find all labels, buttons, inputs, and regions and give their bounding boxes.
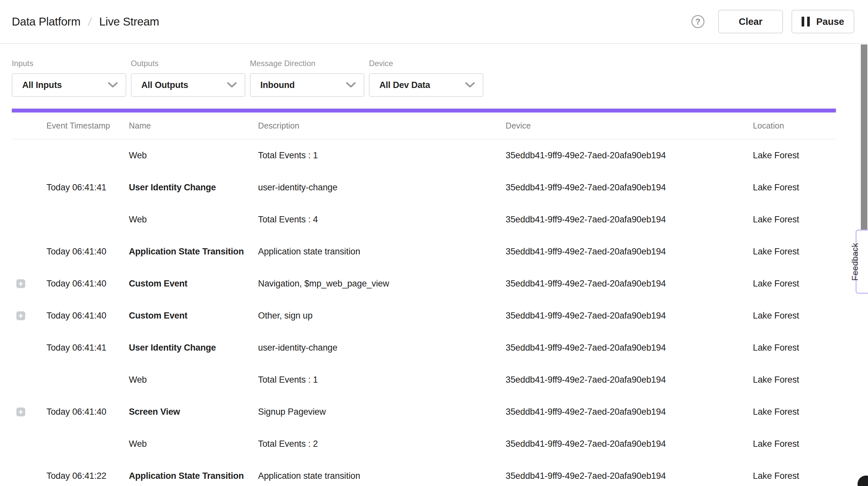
table-row[interactable]: Today 06:41:41User Identity Changeuser-i… (12, 332, 836, 364)
cell-description: Total Events : 2 (258, 439, 506, 449)
table-row[interactable]: WebTotal Events : 135eddb41-9ff9-49e2-7a… (12, 139, 836, 171)
inputs-select[interactable]: All Inputs (12, 73, 126, 97)
table-row[interactable]: WebTotal Events : 135eddb41-9ff9-49e2-7a… (12, 364, 836, 396)
cell-location: Lake Forest (753, 182, 836, 193)
cell-location: Lake Forest (753, 407, 836, 417)
table-row[interactable]: +Today 06:41:40Custom EventOther, sign u… (12, 300, 836, 332)
cell-description: Signup Pageview (258, 407, 506, 417)
cell-name: Custom Event (129, 311, 258, 321)
cell-location: Lake Forest (753, 279, 836, 289)
cell-description: user-identity-change (258, 182, 506, 193)
cell-event-timestamp: Today 06:41:41 (46, 343, 129, 353)
table-row[interactable]: +Today 06:41:40Screen ViewSignup Pagevie… (12, 396, 836, 428)
outputs-select-value: All Outputs (141, 80, 188, 90)
cell-name: Web (129, 215, 258, 225)
column-header-name: Name (129, 121, 258, 130)
cell-name: Custom Event (129, 279, 258, 289)
cell-location: Lake Forest (753, 343, 836, 353)
row-expand-cell: + (12, 311, 46, 320)
cell-description: Navigation, $mp_web_page_view (258, 279, 506, 289)
expand-row-plus-icon[interactable]: + (17, 279, 25, 288)
table-row[interactable]: WebTotal Events : 235eddb41-9ff9-49e2-7a… (12, 428, 836, 460)
cell-device: 35eddb41-9ff9-49e2-7aed-20afa90eb194 (506, 150, 753, 160)
cell-name: Application State Transition (129, 247, 258, 257)
feedback-tab-label: Feedback (850, 237, 860, 286)
corner-widget (858, 476, 868, 486)
cell-name: Application State Transition (129, 471, 258, 481)
pause-button-label: Pause (816, 17, 844, 27)
cell-name: User Identity Change (129, 182, 258, 193)
vertical-scrollbar-thumb[interactable] (861, 44, 867, 230)
chevron-down-icon (346, 82, 356, 88)
table-row[interactable]: Today 06:41:41User Identity Changeuser-i… (12, 171, 836, 204)
cell-name: Web (129, 439, 258, 449)
event-table: Event Timestamp Name Description Device … (12, 113, 836, 486)
cell-description: Application state transition (258, 247, 506, 257)
clear-button[interactable]: Clear (718, 10, 783, 33)
cell-description: Total Events : 4 (258, 215, 506, 225)
cell-name: User Identity Change (129, 343, 258, 353)
expand-row-plus-icon[interactable]: + (17, 311, 25, 320)
feedback-tab[interactable]: Feedback (856, 230, 868, 294)
outputs-select[interactable]: All Outputs (131, 73, 245, 97)
breadcrumb: Data Platform / Live Stream (12, 15, 159, 28)
message-direction-filter-label: Message Direction (250, 59, 364, 68)
cell-event-timestamp: Today 06:41:40 (46, 247, 129, 257)
header-actions: ? Clear Pause (691, 10, 854, 33)
cell-event-timestamp: Today 06:41:40 (46, 279, 129, 289)
device-select[interactable]: All Dev Data (369, 73, 484, 97)
cell-description: Other, sign up (258, 311, 506, 321)
table-header-row: Event Timestamp Name Description Device … (12, 113, 836, 139)
cell-name: Web (129, 375, 258, 385)
cell-device: 35eddb41-9ff9-49e2-7aed-20afa90eb194 (506, 471, 753, 481)
table-row[interactable]: Today 06:41:22Application State Transiti… (12, 460, 836, 486)
cell-location: Lake Forest (753, 215, 836, 225)
event-table-body: WebTotal Events : 135eddb41-9ff9-49e2-7a… (12, 139, 836, 486)
cell-location: Lake Forest (753, 247, 836, 257)
filter-labels: Inputs Outputs Message Direction Device (12, 59, 856, 68)
outputs-filter-label: Outputs (131, 59, 245, 68)
cell-event-timestamp: Today 06:41:40 (46, 407, 129, 417)
cell-device: 35eddb41-9ff9-49e2-7aed-20afa90eb194 (506, 343, 753, 353)
breadcrumb-separator: / (87, 16, 92, 28)
pause-icon (802, 17, 810, 27)
cell-device: 35eddb41-9ff9-49e2-7aed-20afa90eb194 (506, 407, 753, 417)
breadcrumb-data-platform[interactable]: Data Platform (12, 15, 81, 28)
page-header: Data Platform / Live Stream ? Clear Paus… (0, 0, 868, 44)
live-stream-page: Data Platform / Live Stream ? Clear Paus… (0, 0, 868, 486)
device-select-value: All Dev Data (379, 80, 430, 90)
cell-name: Screen View (129, 407, 258, 417)
cell-location: Lake Forest (753, 439, 836, 449)
chevron-down-icon (465, 82, 475, 88)
pause-button[interactable]: Pause (792, 10, 854, 33)
inputs-select-value: All Inputs (22, 80, 62, 90)
cell-location: Lake Forest (753, 471, 836, 481)
expand-row-plus-icon[interactable]: + (17, 407, 25, 416)
cell-event-timestamp: Today 06:41:22 (46, 471, 129, 481)
cell-location: Lake Forest (753, 375, 836, 385)
cell-event-timestamp: Today 06:41:41 (46, 182, 129, 193)
row-expand-cell: + (12, 279, 46, 288)
cell-device: 35eddb41-9ff9-49e2-7aed-20afa90eb194 (506, 439, 753, 449)
help-icon[interactable]: ? (691, 15, 705, 28)
cell-name: Web (129, 150, 258, 160)
table-row[interactable]: +Today 06:41:40Custom EventNavigation, $… (12, 268, 836, 300)
cell-location: Lake Forest (753, 150, 836, 160)
column-header-event-timestamp: Event Timestamp (46, 121, 129, 130)
column-header-description: Description (258, 121, 506, 130)
table-row[interactable]: WebTotal Events : 435eddb41-9ff9-49e2-7a… (12, 204, 836, 236)
filter-bar: Inputs Outputs Message Direction Device … (0, 44, 868, 97)
filter-selects: All Inputs All Outputs Inbound All Dev D… (12, 73, 856, 97)
cell-device: 35eddb41-9ff9-49e2-7aed-20afa90eb194 (506, 247, 753, 257)
cell-device: 35eddb41-9ff9-49e2-7aed-20afa90eb194 (506, 311, 753, 321)
table-row[interactable]: Today 06:41:40Application State Transiti… (12, 236, 836, 268)
cell-device: 35eddb41-9ff9-49e2-7aed-20afa90eb194 (506, 182, 753, 193)
message-direction-select[interactable]: Inbound (250, 73, 364, 97)
chevron-down-icon (108, 82, 118, 88)
cell-device: 35eddb41-9ff9-49e2-7aed-20afa90eb194 (506, 375, 753, 385)
live-stream-progress-bar (12, 109, 836, 113)
cell-description: Application state transition (258, 471, 506, 481)
cell-device: 35eddb41-9ff9-49e2-7aed-20afa90eb194 (506, 215, 753, 225)
cell-description: Total Events : 1 (258, 150, 506, 160)
cell-description: Total Events : 1 (258, 375, 506, 385)
